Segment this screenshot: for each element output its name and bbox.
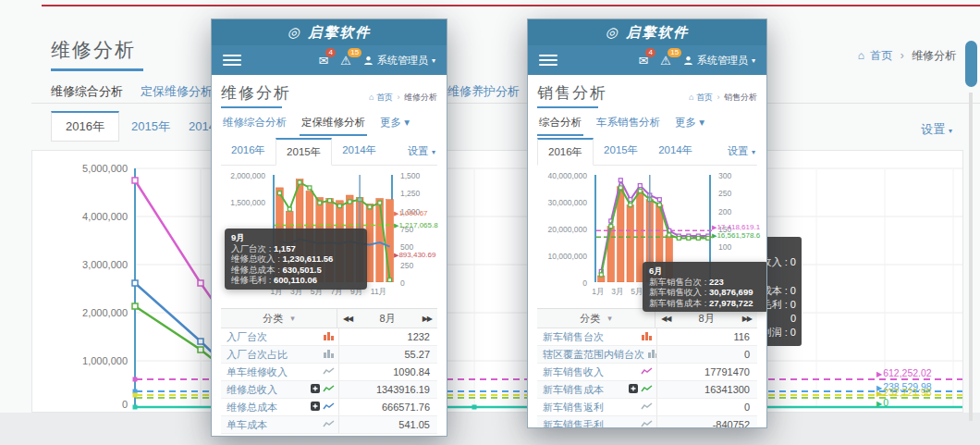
year-tab-2016[interactable]: 2016年	[221, 138, 276, 165]
chart[interactable]: 2,000,0001,500,0001,5001,2501,0007505002…	[221, 169, 437, 304]
metric-link[interactable]: 新车销售收入	[543, 365, 604, 379]
reference-line-label: ▶612,252.02	[876, 367, 932, 378]
page-title: 维修分析	[51, 37, 136, 63]
metric-value: 116	[656, 328, 757, 345]
line-gray-icon	[641, 419, 653, 428]
messages-icon[interactable]: ✉4	[638, 55, 648, 67]
prev-period-button[interactable]: ◀◀	[661, 315, 670, 323]
metric-link[interactable]: 入厂台次	[227, 330, 267, 344]
line-green-icon	[323, 384, 335, 395]
metric-value: 1090.84	[338, 364, 437, 380]
menu-icon[interactable]	[539, 52, 557, 68]
window-navbar: ✉4 ⚠15 系统管理员▾	[212, 45, 447, 75]
tab-scheduled-maintenance[interactable]: 定保维修分析	[141, 83, 213, 100]
line-gray-icon	[641, 402, 653, 413]
app-logo: ◎ 启擎软件	[528, 19, 766, 45]
sort-caret-icon[interactable]: ▾	[607, 314, 612, 323]
y-axis-label: 1,500,000	[221, 198, 265, 207]
metric-value: 1343916.19	[338, 381, 437, 398]
y-axis-label-right: 0	[400, 278, 405, 288]
table-row[interactable]: 维修总成本 666571.76	[221, 399, 437, 416]
year-tab-2015[interactable]: 2015年	[276, 138, 332, 166]
x-axis-label: 1月	[592, 287, 604, 298]
year-tab-2016[interactable]: 2016年	[51, 111, 119, 142]
metric-link[interactable]: 单车成本	[227, 418, 267, 432]
messages-icon[interactable]: ✉4	[318, 55, 328, 67]
year-tab-2014[interactable]: 2014年	[332, 138, 386, 165]
menu-icon[interactable]	[223, 52, 241, 68]
metric-link[interactable]: 入厂台次占比	[227, 348, 288, 362]
tab-维修综合分析[interactable]: 维修综合分析	[223, 116, 287, 130]
settings-dropdown[interactable]: 设置 ▾	[728, 144, 757, 158]
table-row[interactable]: 新车销售收入 17791470	[537, 364, 757, 381]
y-axis-label-right: 100	[718, 242, 731, 252]
prev-period-button[interactable]: ◀◀	[343, 315, 352, 323]
settings-dropdown[interactable]: 设置 ▾	[921, 121, 952, 138]
year-tab-2014[interactable]: 2014年	[648, 138, 703, 165]
table-row[interactable]: 新车销售成本 16341300	[537, 381, 757, 399]
table-row[interactable]: 单车维修收入 1090.84	[221, 364, 437, 381]
metric-link[interactable]: 新车销售返利	[543, 401, 604, 414]
tab-maintenance-care[interactable]: 维修养护分析	[447, 83, 520, 100]
scrollbar-thumb[interactable]	[965, 41, 977, 87]
year-tab-2015[interactable]: 2015年	[594, 138, 648, 165]
tab-更多[interactable]: 更多 ▾	[675, 116, 704, 130]
title-underline	[51, 68, 143, 71]
tab-maintenance-overview[interactable]: 维修综合分析	[51, 83, 123, 100]
sort-caret-icon[interactable]: ▾	[290, 314, 295, 323]
year-tab-2015[interactable]: 2015年	[131, 118, 170, 135]
metric-link[interactable]: 维修总成本	[227, 401, 277, 414]
metric-value: 1232	[338, 328, 437, 345]
metric-link[interactable]: 单车维修收入	[227, 365, 288, 379]
tab-综合分析[interactable]: 综合分析	[539, 116, 582, 130]
metric-link[interactable]: 新车销售毛利	[543, 418, 604, 429]
metric-link[interactable]: 新车销售台次	[543, 330, 604, 344]
metric-link[interactable]: 新车销售成本	[543, 383, 604, 397]
breadcrumb-home[interactable]: 首页	[870, 49, 892, 62]
table-row[interactable]: 新车销售返利 0	[537, 399, 757, 416]
y-axis-label: 30,000,000	[537, 198, 587, 207]
tab-更多[interactable]: 更多 ▾	[380, 116, 410, 130]
alerts-icon[interactable]: ⚠15	[660, 55, 671, 67]
scrollbar-track[interactable]	[969, 93, 973, 421]
series-end-label: ▶1,090.67	[394, 209, 428, 217]
table-row[interactable]: 维修总收入 1343916.19	[221, 381, 437, 399]
table-row[interactable]: 新车销售毛利 -840752	[537, 416, 757, 428]
y-axis-label-right: 1,500	[400, 171, 420, 180]
breadcrumb-separator: ›	[900, 49, 904, 62]
bar-gray-icon	[648, 349, 656, 360]
metric-link[interactable]: 维修总收入	[227, 383, 277, 397]
table-row[interactable]: 入厂台次占比 55.27	[221, 346, 437, 364]
year-tab-2016[interactable]: 2016年	[537, 138, 594, 166]
y-axis-label-right: 250	[400, 261, 413, 270]
user-icon	[363, 56, 374, 66]
table-row[interactable]: 新车销售台次 116	[537, 328, 757, 346]
user-menu[interactable]: 系统管理员▾	[363, 54, 435, 68]
tab-车系销售分析[interactable]: 车系销售分析	[596, 116, 660, 130]
breadcrumb: ⌂ 首页 › 销售分析	[689, 92, 757, 104]
user-menu[interactable]: 系统管理员▾	[683, 54, 755, 68]
category-header: 分类	[580, 312, 600, 326]
table-row[interactable]: 辖区覆盖范围内销台次 0	[537, 346, 757, 364]
x-axis-label: 5月	[631, 287, 643, 298]
series-end-label: ▶16,561,578.6	[712, 231, 760, 240]
breadcrumb-current: 维修分析	[912, 49, 956, 62]
y-axis-label: 40,000,000	[537, 171, 587, 180]
metric-link[interactable]: 辖区覆盖范围内销台次	[543, 348, 644, 362]
settings-dropdown[interactable]: 设置 ▾	[408, 144, 437, 158]
line-magenta-icon	[641, 366, 653, 377]
metric-value: 666571.76	[338, 399, 437, 415]
window-title: 维修分析	[221, 82, 291, 104]
data-table: 分类▾ ◀◀8月▶▶ 入厂台次 1232 入厂台次占比 55.27 单车维修收入…	[221, 308, 437, 434]
y-axis-label: 0	[537, 278, 587, 288]
table-row[interactable]: 入厂台次 1232	[221, 328, 437, 346]
next-period-button[interactable]: ▶▶	[742, 315, 752, 323]
title-underline	[537, 106, 598, 108]
window-title: 销售分析	[537, 82, 607, 104]
next-period-button[interactable]: ▶▶	[423, 315, 432, 323]
chart[interactable]: 40,000,00030,000,00020,000,00010,000,000…	[537, 169, 757, 304]
tab-定保维修分析[interactable]: 定保维修分析	[301, 116, 365, 130]
alerts-icon[interactable]: ⚠15	[340, 55, 351, 67]
table-row[interactable]: 单车成本 541.05	[221, 416, 437, 434]
y-axis-label: 0	[35, 399, 128, 410]
